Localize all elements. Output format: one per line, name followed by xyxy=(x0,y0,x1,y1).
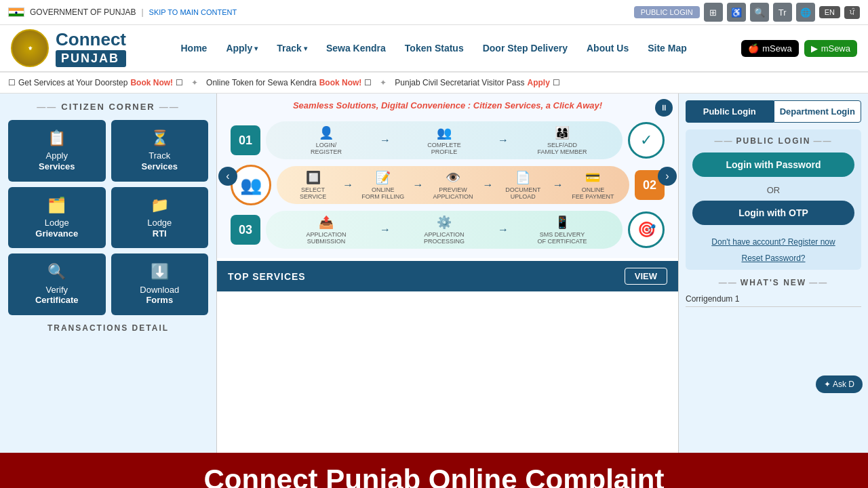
slideshow-wrapper: Seamless Solutions, Digital Convenience … xyxy=(217,94,678,258)
android-app-btn[interactable]: ▶ mSewa xyxy=(804,40,857,57)
chain-processing: ⚙️ APPLICATIONPROCESSING xyxy=(393,215,495,245)
profile-label: COMPLETEPROFILE xyxy=(427,142,461,155)
app-buttons: 🍎 mSewa ▶ mSewa xyxy=(741,40,857,57)
or-text: OR xyxy=(692,185,854,195)
step-end-3: 🎯 xyxy=(628,211,665,248)
whats-new-section: WHAT'S NEW Corrigendum 1 xyxy=(686,278,861,307)
verify-certificate-btn[interactable]: 🔍 VerifyCertificate xyxy=(8,253,106,315)
android-app-label: mSewa xyxy=(821,43,850,54)
nav-about-us[interactable]: About Us xyxy=(578,37,637,59)
login-password-btn[interactable]: Login with Password xyxy=(692,152,854,177)
slideshow-next-btn[interactable]: › xyxy=(658,167,677,186)
chain-submission: 📤 APPLICATIONSUBMISSION xyxy=(275,215,377,245)
brand-connect: Connect xyxy=(56,29,126,50)
india-flag-icon xyxy=(8,7,24,17)
select-icon: 🔲 xyxy=(306,170,321,185)
transactions-title: TRANSACTIONS DETAIL xyxy=(8,323,208,333)
public-login-section-title: PUBLIC LOGIN xyxy=(692,136,854,146)
lodge-grievance-btn[interactable]: 🗂️ LodgeGrievance xyxy=(8,187,106,249)
accessibility-icon-btn[interactable]: ♿ xyxy=(727,3,746,22)
sitemap-icon-btn[interactable]: ⊞ xyxy=(704,3,723,22)
register-link[interactable]: Don't have account? Register now xyxy=(692,237,854,247)
marquee-link-1[interactable]: Book Now! xyxy=(130,78,173,87)
search-icon-btn[interactable]: 🔍 xyxy=(750,3,769,22)
sidebar: CITIZEN CORNER 📋 ApplyServices ⏳ TrackSe… xyxy=(0,94,217,453)
main-nav: Home Apply ▾ Track ▾ Sewa Kendra Token S… xyxy=(173,37,695,59)
top-services-view-btn[interactable]: VIEW xyxy=(625,268,667,285)
chain-sms: 📱 SMS DELIVERYOF CERTIFICATE xyxy=(511,215,613,245)
nav-home[interactable]: Home xyxy=(173,37,216,59)
login-icon: 👤 xyxy=(319,125,334,140)
step-num-3: 03 xyxy=(231,215,260,245)
logo-area: ⚜ Connect PUNJAB xyxy=(11,29,126,67)
lang-pa-btn[interactable]: ਪੰ xyxy=(844,6,860,19)
nav-door-step[interactable]: Door Step Delivery xyxy=(475,37,576,59)
nav-sewa-kendra[interactable]: Sewa Kendra xyxy=(318,37,394,59)
select-label: SELECTSERVICE xyxy=(300,186,326,200)
slideshow-pause-btn[interactable]: ⏸ xyxy=(655,99,673,117)
step-chain-2: 🔲 SELECTSERVICE → 📝 ONLINEFORM FILLING →… xyxy=(277,166,629,204)
docs-label: DOCUMENTUPLOAD xyxy=(505,186,540,200)
separator: | xyxy=(141,7,143,17)
nav-track[interactable]: Track ▾ xyxy=(269,37,315,59)
submission-icon: 📤 xyxy=(319,215,334,230)
payment-label: ONLINEFEE PAYMENT xyxy=(572,186,614,200)
step-end-1: ✓ xyxy=(628,122,665,159)
public-login-section: PUBLIC LOGIN Login with Password OR Logi… xyxy=(686,129,861,270)
chain-form: 📝 ONLINEFORM FILLING xyxy=(356,170,410,200)
step-people-icon: 👥 xyxy=(231,165,271,205)
marquee-checkbox-1: ☐ xyxy=(8,78,16,87)
form-icon: 📝 xyxy=(376,170,391,185)
slideshow-prev-btn[interactable]: ‹ xyxy=(218,167,237,186)
form-label: ONLINEFORM FILLING xyxy=(361,186,404,200)
lodge-rti-btn[interactable]: 📁 LodgeRTI xyxy=(111,187,209,249)
login-otp-btn[interactable]: Login with OTP xyxy=(692,201,854,225)
marquee-link-3[interactable]: Apply xyxy=(528,78,550,87)
brand-text: Connect PUNJAB xyxy=(56,29,126,67)
marquee-text-2: Online Token for Sewa Kendra xyxy=(206,78,317,87)
header: ⚜ Connect PUNJAB Home Apply ▾ Track ▾ Se… xyxy=(0,25,868,73)
step-num-1: 01 xyxy=(231,125,260,155)
nav-token-status[interactable]: Token Status xyxy=(397,37,472,59)
apply-services-btn[interactable]: 📋 ApplyServices xyxy=(8,120,106,182)
top-bar-left: GOVERNMENT OF PUNJAB | SKIP TO MAIN CONT… xyxy=(8,7,237,17)
ask-bot-btn[interactable]: ✦ Ask D xyxy=(816,375,863,393)
translate-icon-btn[interactable]: 🌐 xyxy=(796,3,815,22)
main-content: CITIZEN CORNER 📋 ApplyServices ⏳ TrackSe… xyxy=(0,94,868,453)
marquee-text-3: Punjab Civil Secretariat Visitor Pass xyxy=(395,78,524,87)
rti-icon: 📁 xyxy=(151,197,169,214)
nav-apply[interactable]: Apply ▾ xyxy=(218,37,266,59)
lang-en-btn[interactable]: EN xyxy=(819,6,840,18)
preview-label: PREVIEWAPPLICATION xyxy=(433,186,473,200)
download-icon: ⬇️ xyxy=(151,263,169,281)
marquee-link-2[interactable]: Book Now! xyxy=(319,78,362,87)
tab-public-login[interactable]: Public Login xyxy=(686,100,774,123)
android-icon: ▶ xyxy=(811,43,818,54)
sms-icon: 📱 xyxy=(555,215,570,230)
reset-password-link[interactable]: Reset Password? xyxy=(692,253,854,263)
skip-to-main-link[interactable]: SKIP TO MAIN CONTENT xyxy=(149,8,237,16)
whats-new-item-1[interactable]: Corrigendum 1 xyxy=(686,291,861,307)
bottom-banner-text: Connect Punjab Online Complaint xyxy=(203,464,664,488)
step-row-1: 01 👤 LOGIN/REGISTER → 👥 COMPLETEPROFILE xyxy=(231,121,665,159)
download-forms-btn[interactable]: ⬇️ DownloadForms xyxy=(111,253,209,315)
grievance-icon: 🗂️ xyxy=(47,197,66,214)
whats-new-title: WHAT'S NEW xyxy=(686,278,861,287)
tab-department-login[interactable]: Department Login xyxy=(774,100,862,123)
chain-payment: 💳 ONLINEFEE PAYMENT xyxy=(566,170,620,200)
family-icon: 👨‍👩‍👧 xyxy=(555,125,570,140)
step-row-3: 03 📤 APPLICATIONSUBMISSION → ⚙️ APPLICAT… xyxy=(231,211,665,249)
slideshow-area: Seamless Solutions, Digital Convenience … xyxy=(217,94,678,258)
top-services-bar: TOP SERVICES VIEW xyxy=(217,261,678,291)
apple-icon: 🍎 xyxy=(748,43,759,54)
citizen-corner-title: CITIZEN CORNER xyxy=(8,102,208,112)
public-login-topbar-btn[interactable]: PUBLIC LOGIN xyxy=(634,6,700,18)
font-size-icon-btn[interactable]: Tr xyxy=(773,3,792,22)
govt-text: GOVERNMENT OF PUNJAB xyxy=(30,7,136,17)
ios-app-btn[interactable]: 🍎 mSewa xyxy=(741,40,798,57)
nav-site-map[interactable]: Site Map xyxy=(639,37,695,59)
processing-label: APPLICATIONPROCESSING xyxy=(424,231,465,245)
track-services-btn[interactable]: ⏳ TrackServices xyxy=(111,120,209,182)
chain-docs: 📄 DOCUMENTUPLOAD xyxy=(496,170,550,200)
chain-profile: 👥 COMPLETEPROFILE xyxy=(393,125,495,155)
